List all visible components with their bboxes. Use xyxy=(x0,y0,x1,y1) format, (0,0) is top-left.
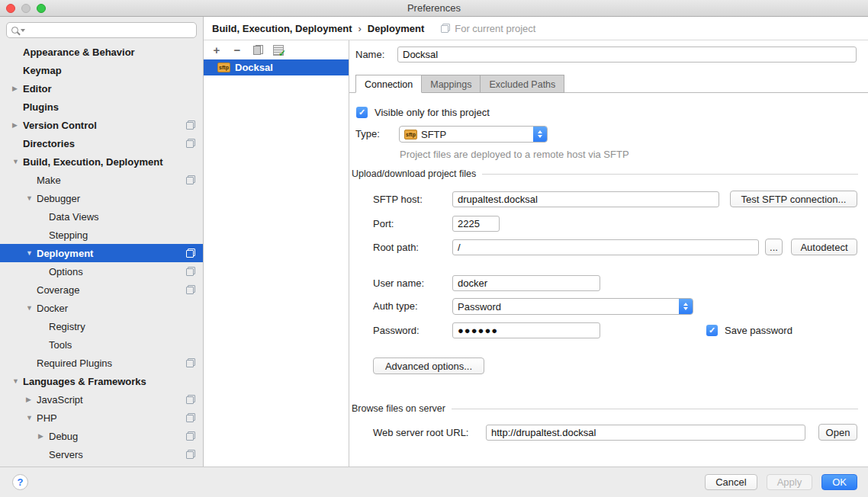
dialog-footer: ? Cancel Apply OK xyxy=(0,467,868,497)
web-root-input[interactable] xyxy=(486,425,805,441)
sidebar-item-label: Debugger xyxy=(37,193,80,204)
sidebar-item-version-control[interactable]: ▶Version Control xyxy=(0,116,203,134)
search-options-chevron-icon[interactable] xyxy=(21,29,25,32)
sidebar-item-javascript[interactable]: ▶JavaScript xyxy=(0,390,203,409)
chevron-down-icon[interactable]: ▼ xyxy=(26,304,37,312)
breadcrumb-parent[interactable]: Build, Execution, Deployment xyxy=(212,23,352,34)
minimize-window-button xyxy=(21,4,31,13)
server-list-item-docksal[interactable]: sftp Docksal xyxy=(204,59,349,75)
settings-sidebar: Appearance & Behavior Keymap ▶Editor Plu… xyxy=(0,17,204,467)
type-select[interactable]: sftp SFTP xyxy=(399,126,548,143)
use-as-default-button[interactable] xyxy=(272,43,285,57)
sidebar-item-php-debug[interactable]: ▶Debug xyxy=(0,427,203,445)
checkbox-checked-icon[interactable] xyxy=(356,107,368,118)
root-path-label: Root path: xyxy=(373,240,419,255)
add-server-button[interactable]: + xyxy=(210,43,223,57)
chevron-right-icon[interactable]: ▶ xyxy=(12,121,23,129)
chevron-right-icon[interactable]: ▶ xyxy=(38,432,49,440)
sidebar-item-appearance-behavior[interactable]: Appearance & Behavior xyxy=(0,43,203,61)
sidebar-item-label: Servers xyxy=(49,449,83,460)
dropdown-stepper-icon xyxy=(533,127,547,142)
per-project-icon xyxy=(186,450,195,459)
deployment-tabs: Connection Mappings Excluded Paths xyxy=(355,75,564,93)
advanced-options-button[interactable]: Advanced options... xyxy=(373,358,484,374)
chevron-right-icon[interactable]: ▶ xyxy=(12,85,23,92)
sidebar-item-build-execution-deployment[interactable]: ▼Build, Execution, Deployment xyxy=(0,152,203,171)
autodetect-button[interactable]: Autodetect xyxy=(791,239,857,255)
auth-type-select[interactable]: Password xyxy=(452,298,693,315)
chevron-down-icon[interactable]: ▼ xyxy=(26,414,37,422)
sidebar-item-editor[interactable]: ▶Editor xyxy=(0,79,203,98)
checkbox-checked-icon[interactable] xyxy=(706,325,718,336)
sidebar-item-docker[interactable]: ▼Docker xyxy=(0,299,203,317)
check-settings-icon xyxy=(273,45,284,56)
ok-button[interactable]: OK xyxy=(821,474,857,490)
chevron-down-icon[interactable]: ▼ xyxy=(26,194,37,202)
sidebar-item-registry[interactable]: Registry xyxy=(0,317,203,335)
server-list-toolbar: + − xyxy=(204,40,349,59)
per-project-icon xyxy=(186,120,195,130)
root-path-input[interactable] xyxy=(452,239,759,255)
per-project-icon xyxy=(186,285,195,294)
preferences-window: Preferences Appearance & Behavior Keymap… xyxy=(0,0,868,497)
for-current-project-label: For current project xyxy=(455,23,535,34)
sidebar-item-tools[interactable]: Tools xyxy=(0,335,203,354)
sidebar-item-label: PHP xyxy=(37,412,57,424)
open-url-button[interactable]: Open xyxy=(818,424,857,441)
user-name-input[interactable] xyxy=(452,275,600,291)
close-window-button[interactable] xyxy=(6,4,15,13)
settings-search[interactable] xyxy=(6,22,197,38)
cancel-button[interactable]: Cancel xyxy=(705,474,757,490)
sidebar-item-servers[interactable]: Servers xyxy=(0,445,203,463)
save-password-checkbox-row[interactable]: Save password xyxy=(706,322,792,338)
sidebar-item-label: Required Plugins xyxy=(37,358,112,369)
sftp-host-input[interactable] xyxy=(452,191,719,207)
name-input[interactable] xyxy=(397,46,857,63)
port-input[interactable] xyxy=(452,216,500,232)
type-value: SFTP xyxy=(421,129,446,140)
tab-mappings[interactable]: Mappings xyxy=(421,75,481,93)
sidebar-item-stepping[interactable]: Stepping xyxy=(0,226,203,244)
sidebar-item-label: Build, Execution, Deployment xyxy=(23,156,162,168)
sidebar-item-directories[interactable]: Directories xyxy=(0,134,203,152)
tab-connection[interactable]: Connection xyxy=(355,75,422,93)
type-hint: Project files are deployed to a remote h… xyxy=(400,149,629,160)
visible-only-checkbox-row[interactable]: Visible only for this project xyxy=(356,104,490,120)
sidebar-item-label: Registry xyxy=(49,321,85,332)
sidebar-item-languages-frameworks[interactable]: ▼Languages & Frameworks xyxy=(0,372,203,390)
per-project-icon xyxy=(186,358,195,367)
search-input[interactable] xyxy=(27,25,191,36)
zoom-window-button[interactable] xyxy=(37,4,46,13)
sidebar-item-deployment[interactable]: ▼Deployment xyxy=(0,244,203,262)
sidebar-item-options[interactable]: Options xyxy=(0,262,203,281)
sidebar-item-required-plugins[interactable]: Required Plugins xyxy=(0,354,203,372)
duplicate-server-button[interactable] xyxy=(251,43,265,57)
browse-root-path-button[interactable]: ... xyxy=(765,239,783,255)
server-list-panel: + − sftp Docksal xyxy=(204,40,349,467)
chevron-down-icon[interactable]: ▼ xyxy=(26,249,37,257)
sidebar-item-debugger[interactable]: ▼Debugger xyxy=(0,189,203,207)
sidebar-item-label: Deployment xyxy=(37,248,93,259)
help-button[interactable]: ? xyxy=(12,474,28,490)
tab-excluded-paths[interactable]: Excluded Paths xyxy=(480,75,564,93)
test-sftp-connection-button[interactable]: Test SFTP connection... xyxy=(730,191,857,207)
chevron-down-icon[interactable]: ▼ xyxy=(12,158,23,165)
sidebar-item-keymap[interactable]: Keymap xyxy=(0,61,203,79)
breadcrumb-separator: › xyxy=(358,23,361,34)
remove-server-button[interactable]: − xyxy=(230,43,244,57)
visible-only-label: Visible only for this project xyxy=(375,107,490,118)
chevron-down-icon[interactable]: ▼ xyxy=(12,377,23,385)
upload-section-title: Upload/download project files xyxy=(352,168,476,179)
sidebar-item-label: Docker xyxy=(37,303,68,314)
sidebar-item-data-views[interactable]: Data Views xyxy=(0,207,203,226)
auth-type-label: Auth type: xyxy=(373,299,418,314)
sidebar-item-plugins[interactable]: Plugins xyxy=(0,98,203,116)
chevron-right-icon[interactable]: ▶ xyxy=(26,396,37,403)
sidebar-item-coverage[interactable]: Coverage xyxy=(0,281,203,299)
password-input[interactable] xyxy=(452,322,600,338)
sidebar-item-make[interactable]: Make xyxy=(0,171,203,189)
breadcrumb-current: Deployment xyxy=(368,23,424,34)
sidebar-item-label: Plugins xyxy=(23,101,59,113)
sidebar-item-php[interactable]: ▼PHP xyxy=(0,409,203,427)
sidebar-item-label: Debug xyxy=(49,431,78,442)
